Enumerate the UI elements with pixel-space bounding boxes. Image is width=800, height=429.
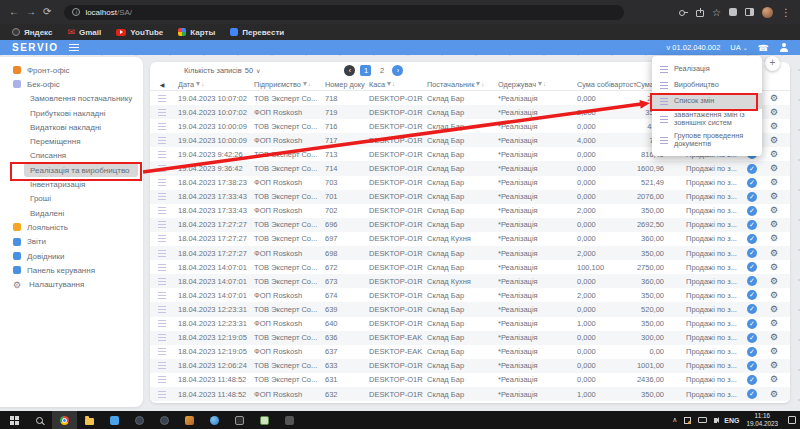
drag-handle-icon[interactable] — [158, 165, 166, 172]
start-button[interactable] — [2, 411, 27, 429]
filter-sort-icon[interactable]: ↓ — [196, 81, 204, 87]
sidebar-item[interactable]: Переміщення — [0, 134, 143, 148]
sidebar-item[interactable]: Списання — [0, 149, 143, 163]
page-button[interactable]: 1 — [360, 65, 371, 76]
row-settings-gear-icon[interactable]: ⚙ — [762, 150, 786, 159]
row-settings-gear-icon[interactable]: ⚙ — [762, 164, 786, 173]
bookmark[interactable]: Перевести — [230, 28, 284, 37]
sidebar-item[interactable]: Лояльність — [0, 220, 143, 234]
row-settings-gear-icon[interactable]: ⚙ — [762, 333, 786, 342]
security-flag-icon[interactable] — [684, 417, 691, 424]
table-row[interactable]: 19.04.2023 9:36:42 ТОВ Эксперт Со... 714… — [150, 161, 790, 175]
drag-handle-icon[interactable] — [158, 348, 166, 355]
drag-handle-icon[interactable] — [158, 376, 166, 383]
drag-handle-icon[interactable] — [158, 292, 166, 299]
row-settings-gear-icon[interactable]: ⚙ — [762, 220, 786, 229]
drag-handle-icon[interactable] — [158, 235, 166, 242]
row-settings-gear-icon[interactable]: ⚙ — [762, 375, 786, 384]
bookmark[interactable]: Карты — [178, 28, 215, 37]
posted-check-icon[interactable]: ✓ — [747, 206, 757, 216]
bookmark[interactable]: Яндекс — [12, 28, 52, 37]
next-page-button[interactable]: › — [392, 65, 403, 76]
posted-check-icon[interactable]: ✓ — [747, 347, 757, 357]
row-settings-gear-icon[interactable]: ⚙ — [762, 390, 786, 399]
table-row[interactable]: 18.04.2023 17:33:43 ТОВ Эксперт Со... 70… — [150, 190, 790, 204]
row-settings-gear-icon[interactable]: ⚙ — [762, 108, 786, 117]
posted-check-icon[interactable]: ✓ — [747, 164, 757, 174]
tray-chevron-up-icon[interactable]: ∧ — [672, 416, 677, 424]
sidebar-item[interactable]: Бек-офіс — [0, 77, 143, 91]
page-button[interactable]: 2 — [376, 65, 387, 76]
table-row[interactable]: 18.04.2023 12:23:31 ФОП Roskosh 640 DESK… — [150, 317, 790, 331]
table-row[interactable]: 18.04.2023 14:07:01 ТОВ Эксперт Со... 67… — [150, 260, 790, 274]
sidebar-item[interactable]: Реалізація та виробництво — [24, 163, 138, 177]
drag-handle-icon[interactable] — [158, 123, 166, 130]
hamburger-menu-icon[interactable] — [69, 44, 79, 51]
browser-button[interactable] — [202, 411, 227, 429]
filter-sort-icon[interactable]: ↓ — [387, 81, 395, 87]
password-key-icon[interactable] — [679, 8, 688, 17]
drag-handle-icon[interactable] — [158, 179, 166, 186]
row-settings-gear-icon[interactable]: ⚙ — [762, 234, 786, 243]
row-settings-gear-icon[interactable]: ⚙ — [762, 178, 786, 187]
sidebar-item[interactable]: Прибуткові накладні — [0, 106, 143, 120]
row-settings-gear-icon[interactable]: ⚙ — [762, 136, 786, 145]
sidebar-item[interactable]: Фронт-офіс — [0, 63, 143, 77]
drag-handle-icon[interactable] — [158, 362, 166, 369]
drag-handle-icon[interactable] — [158, 250, 166, 257]
column-header-company[interactable]: Підприємство↓ — [250, 80, 321, 89]
row-settings-gear-icon[interactable]: ⚙ — [762, 192, 786, 201]
reload-icon[interactable]: ⟳ — [43, 7, 51, 17]
records-per-page-select[interactable]: Кількість записів 50 ∨ — [184, 66, 260, 75]
taskbar-clock[interactable]: 11:16 19.04.2023 — [746, 412, 778, 428]
side-panel-icon[interactable] — [745, 8, 754, 16]
drag-handle-icon[interactable] — [158, 221, 166, 228]
table-row[interactable]: 18.04.2023 12:19:05 ФОП Roskosh 637 DESK… — [150, 345, 790, 359]
extensions-icon[interactable] — [729, 8, 737, 16]
drag-handle-icon[interactable] — [158, 320, 166, 327]
posted-check-icon[interactable]: ✓ — [747, 192, 757, 202]
volume-icon[interactable] — [714, 418, 717, 423]
app-button-4[interactable] — [277, 411, 302, 429]
row-settings-gear-icon[interactable]: ⚙ — [762, 206, 786, 215]
table-row[interactable]: 18.04.2023 11:48:52 ФОП Roskosh 632 DESK… — [150, 387, 790, 401]
search-button[interactable] — [27, 411, 52, 429]
row-settings-gear-icon[interactable]: ⚙ — [762, 319, 786, 328]
column-header-kasa[interactable]: Каса↓ — [365, 80, 423, 89]
language-selector[interactable]: UA⌄ — [730, 43, 747, 52]
row-settings-gear-icon[interactable]: ⚙ — [762, 361, 786, 370]
posted-check-icon[interactable]: ✓ — [747, 375, 757, 385]
row-settings-gear-icon[interactable]: ⚙ — [762, 249, 786, 258]
photos-button[interactable] — [102, 411, 127, 429]
menu-item[interactable]: завантаження змін із зовнішніх систем — [652, 109, 762, 130]
table-row[interactable]: 18.04.2023 12:06:24 ТОВ Эксперт Со... 63… — [150, 359, 790, 373]
posted-check-icon[interactable]: ✓ — [747, 276, 757, 286]
prev-page-button[interactable]: ‹ — [344, 65, 355, 76]
chrome-button[interactable] — [52, 411, 77, 429]
explorer-button[interactable] — [77, 411, 102, 429]
posted-check-icon[interactable]: ✓ — [747, 319, 757, 329]
posted-check-icon[interactable]: ✓ — [747, 361, 757, 371]
row-settings-gear-icon[interactable]: ⚙ — [762, 263, 786, 272]
column-header-number[interactable]: Номер документа — [321, 80, 365, 89]
bookmark-star-icon[interactable] — [712, 7, 721, 18]
drag-handle-icon[interactable] — [158, 151, 166, 158]
menu-item[interactable]: Реалізація — [652, 61, 762, 77]
profile-avatar[interactable] — [762, 7, 773, 18]
notification-center-icon[interactable] — [788, 416, 796, 424]
app-button-1[interactable] — [127, 411, 152, 429]
column-header-date[interactable]: Дата↓ — [174, 80, 250, 89]
posted-check-icon[interactable]: ✓ — [747, 333, 757, 343]
menu-item[interactable]: Групове проведення документів — [652, 130, 762, 151]
table-row[interactable]: 18.04.2023 14:07:01 ТОВ Эксперт Со... 67… — [150, 274, 790, 288]
drag-handle-icon[interactable] — [158, 391, 166, 398]
drag-handle-icon[interactable] — [158, 193, 166, 200]
phone-icon[interactable] — [758, 43, 769, 53]
forward-icon[interactable]: → — [26, 7, 36, 17]
back-icon[interactable]: ← — [9, 7, 19, 17]
sidebar-item[interactable]: Замовлення постачальнику — [0, 92, 143, 106]
browser-menu-icon[interactable] — [781, 7, 791, 18]
drag-handle-icon[interactable] — [158, 207, 166, 214]
drag-handle-icon[interactable] — [158, 264, 166, 271]
keyboard-language[interactable]: ENG — [724, 417, 739, 424]
